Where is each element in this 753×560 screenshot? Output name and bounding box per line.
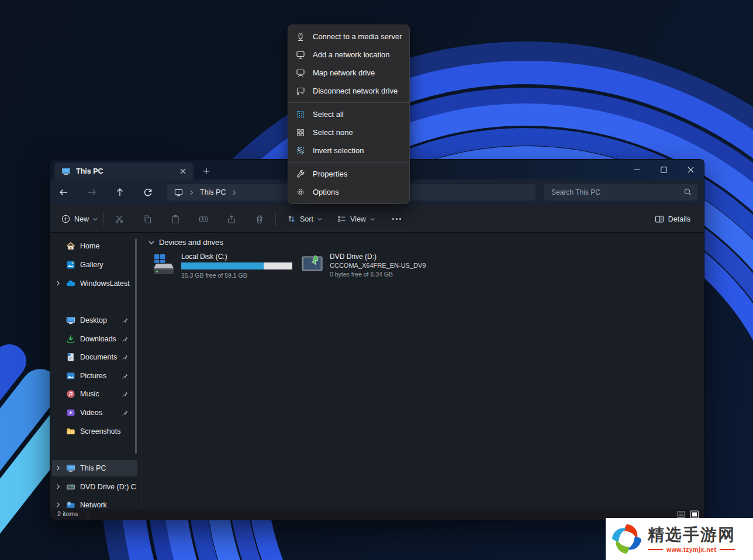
sidebar-item-screenshots[interactable]: Screenshots (52, 423, 137, 440)
onedrive-cloud-icon (66, 279, 75, 288)
close-icon (688, 167, 694, 173)
sidebar: Home Gallery (50, 233, 141, 509)
menu-item-connect-media-server[interactable]: Connect to a media server (288, 27, 409, 46)
chevron-down-icon (317, 217, 322, 222)
menu-divider (288, 102, 409, 103)
pin-icon (122, 390, 129, 397)
back-button[interactable] (56, 184, 72, 201)
menu-item-disconnect-network-drive[interactable]: Disconnect network drive (288, 82, 409, 100)
sidebar-item-downloads[interactable]: Downloads (52, 331, 137, 347)
copy-button[interactable] (139, 210, 156, 227)
content-area: Devices and drives (141, 233, 704, 509)
sidebar-item-music[interactable]: Music (52, 386, 137, 402)
view-label: View (350, 215, 366, 223)
drive-tile-dvd-d[interactable]: DVD Drive (D:) CCCOMA_X64FRE_EN-US_DV9 0… (300, 252, 426, 279)
arrow-left-icon (59, 188, 68, 197)
drive-name: DVD Drive (D:) (330, 253, 426, 261)
window-controls (623, 160, 704, 179)
sidebar-item-gallery[interactable]: Gallery (52, 257, 137, 273)
menu-item-properties[interactable]: Properties (288, 165, 409, 183)
view-button[interactable]: View (332, 210, 380, 227)
disk-usage-fill (181, 262, 264, 269)
sidebar-item-this-pc[interactable]: This PC (52, 460, 137, 476)
menu-item-map-network-drive[interactable]: Map network drive (288, 64, 409, 82)
disconnect-network-drive-icon (296, 87, 305, 96)
downloads-icon (66, 334, 75, 344)
select-none-icon (296, 128, 305, 137)
sidebar-item-documents[interactable]: Documents (52, 349, 137, 365)
chevron-right-icon[interactable] (56, 484, 61, 489)
pin-icon (122, 336, 129, 343)
sidebar-item-windowslatest[interactable]: WindowsLatest (52, 275, 137, 292)
disk-usage-bar (181, 262, 292, 269)
item-count: 2 items (57, 510, 78, 517)
trash-icon (255, 215, 264, 224)
sort-button[interactable]: Sort (282, 210, 327, 227)
close-button[interactable] (677, 160, 704, 179)
gallery-icon (66, 260, 75, 269)
clipboard-icon (171, 215, 180, 224)
new-button[interactable]: New (56, 210, 103, 227)
sort-icon (287, 215, 296, 223)
section-header-label: Devices and drives (159, 238, 223, 247)
window-body: Home Gallery (50, 233, 704, 509)
delete-button[interactable] (251, 210, 268, 227)
toolbar-divider (103, 212, 104, 226)
tab-this-pc[interactable]: This PC (54, 163, 194, 179)
breadcrumb[interactable]: This PC (200, 188, 226, 196)
see-more-context-menu: Connect to a media server Add a network … (288, 25, 410, 204)
share-icon (227, 215, 236, 224)
paste-button[interactable] (167, 210, 184, 227)
new-tab-button[interactable] (198, 163, 215, 179)
menu-item-select-all[interactable]: Select all (288, 105, 409, 123)
status-divider (88, 511, 88, 518)
share-button[interactable] (223, 210, 240, 227)
pin-icon (122, 317, 129, 324)
section-header-devices-and-drives[interactable]: Devices and drives (148, 238, 223, 247)
dvd-drive-icon (66, 482, 75, 492)
tagline-rule (720, 549, 735, 550)
arrow-up-icon (115, 188, 125, 197)
sidebar-item-videos[interactable]: Videos (52, 405, 137, 421)
chevron-right-icon (189, 190, 194, 195)
see-more-button[interactable] (387, 210, 406, 227)
sidebar-item-pictures[interactable]: Pictures (52, 368, 137, 384)
network-location-icon (296, 50, 305, 60)
network-folder-icon (66, 500, 75, 510)
chevron-right-icon[interactable] (56, 281, 61, 286)
maximize-button[interactable] (650, 160, 677, 179)
sidebar-item-desktop[interactable]: Desktop (52, 312, 137, 329)
sidebar-item-dvd-drive[interactable]: DVD Drive (D:) C (52, 479, 137, 495)
plus-circle-icon (61, 215, 70, 223)
cut-button[interactable] (111, 210, 127, 227)
minimize-icon (634, 167, 640, 173)
search-box (544, 184, 697, 201)
sidebar-scrollbar[interactable] (135, 238, 137, 454)
documents-icon (66, 352, 75, 362)
minimize-button[interactable] (623, 160, 650, 179)
watermark-title: 精选手游网 (648, 524, 735, 546)
pictures-icon (66, 371, 75, 381)
select-all-icon (296, 110, 305, 119)
drive-free-space: 15.3 GB free of 59.1 GB (181, 271, 292, 280)
menu-item-add-network-location[interactable]: Add a network location (288, 46, 409, 64)
refresh-button[interactable] (140, 184, 156, 201)
chevron-right-icon[interactable] (56, 465, 61, 471)
rename-button[interactable] (195, 210, 212, 227)
chevron-right-icon[interactable] (56, 502, 61, 507)
chevron-down-icon (370, 217, 375, 222)
menu-item-invert-selection[interactable]: Invert selection (288, 141, 409, 160)
sidebar-item-home[interactable]: Home (52, 238, 137, 254)
arrow-right-icon (87, 188, 96, 197)
up-button[interactable] (112, 184, 128, 201)
menu-item-options[interactable]: Options (288, 183, 409, 201)
map-network-drive-icon (296, 68, 305, 78)
drive-tile-local-disk-c[interactable]: Local Disk (C:) 15.3 GB free of 59.1 GB (151, 252, 292, 280)
details-pane-button[interactable]: Details (650, 210, 696, 227)
menu-item-select-none[interactable]: Select none (288, 123, 409, 141)
chevron-right-icon[interactable] (232, 190, 237, 195)
forward-button[interactable] (84, 184, 100, 201)
tab-close-button[interactable] (177, 165, 189, 177)
desktop: This PC (0, 0, 753, 560)
search-input[interactable] (544, 184, 697, 201)
